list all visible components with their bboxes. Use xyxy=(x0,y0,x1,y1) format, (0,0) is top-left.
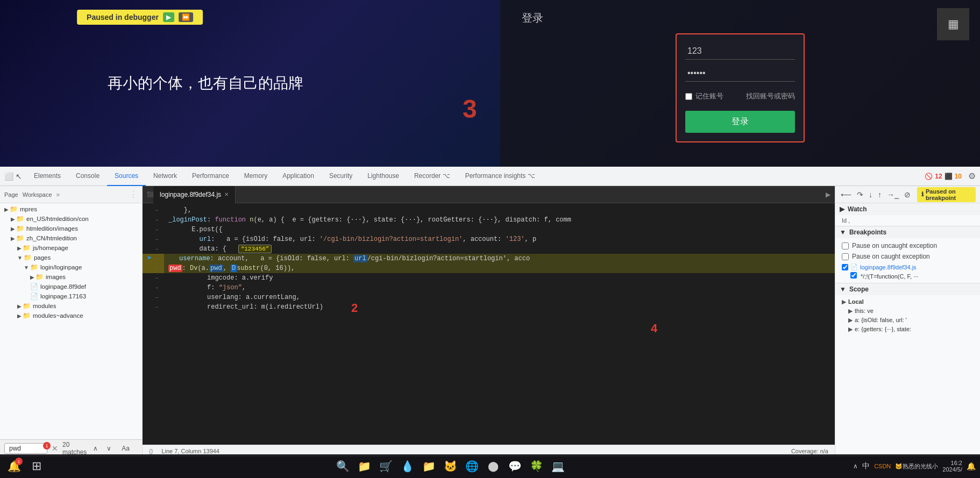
sidebar-more-icon[interactable]: » xyxy=(56,191,60,198)
list-item[interactable]: ▶ 📁 modules xyxy=(0,301,142,311)
list-item[interactable]: ▶ 📁 mpres xyxy=(0,204,142,214)
pause-caught-checkbox[interactable] xyxy=(842,253,849,260)
taskbar-files-icon[interactable]: 📁 xyxy=(354,456,374,476)
remember-checkbox[interactable] xyxy=(685,93,692,100)
resume-execution-button[interactable]: ⟵ xyxy=(840,189,853,200)
paused-text: Paused in debugger xyxy=(87,13,159,22)
taskbar-chrome-icon[interactable]: ⬤ xyxy=(484,456,503,476)
watch-content: Id , xyxy=(835,215,980,226)
local-scope-header[interactable]: ▶ Local xyxy=(842,297,974,306)
list-item[interactable]: 📄 loginpage.8f9def xyxy=(0,282,142,291)
taskbar-drop-icon[interactable]: 💧 xyxy=(397,456,417,476)
code-tab-close-icon[interactable]: ✕ xyxy=(224,191,229,197)
website-main-text: 再小的个体，也有自己的品牌 xyxy=(108,73,303,94)
settings-icon[interactable]: ⚙ xyxy=(968,171,976,181)
sys-csdn-label[interactable]: CSDN xyxy=(874,463,891,469)
list-item[interactable]: ▼ 📁 login/loginpage xyxy=(0,262,142,272)
step-into-button[interactable]: ↓ xyxy=(868,189,874,200)
taskbar-wechat-icon[interactable]: 💬 xyxy=(505,456,524,476)
sources-sidebar: Page Workspace » ⋮ ▶ 📁 mpres ▶ 📁 en_US/h… xyxy=(0,186,143,456)
code-tab-active[interactable]: loginpage.8f9def34.js ✕ xyxy=(153,186,236,203)
code-scroll-right-icon[interactable]: ▶ xyxy=(826,191,830,198)
search-prev-button[interactable]: ∧ xyxy=(91,444,100,453)
tab-performance[interactable]: Performance xyxy=(184,167,237,186)
list-item[interactable]: ▶ 📁 js/homepage xyxy=(0,243,142,253)
search-word-button[interactable]: .* xyxy=(138,443,143,454)
list-item[interactable]: ▶ 📁 images xyxy=(0,272,142,282)
bp-file-checkbox[interactable] xyxy=(842,264,848,270)
tab-recorder[interactable]: Recorder ⌥ xyxy=(407,167,458,186)
watch-header[interactable]: ▶ Watch xyxy=(835,203,980,215)
search-input[interactable] xyxy=(4,443,47,454)
tab-memory[interactable]: Memory xyxy=(237,167,275,186)
tab-security[interactable]: Security xyxy=(322,167,360,186)
forgot-link[interactable]: 找回账号或密码 xyxy=(746,91,795,101)
list-item[interactable]: ▶ 📁 zh_CN/htmledition xyxy=(0,233,142,243)
step-over-button[interactable]: ↷ xyxy=(856,189,864,200)
website-preview: Paused in debugger ▶ ⏩ 再小的个体，也有自己的品牌 3 登… xyxy=(0,0,980,167)
start-button[interactable]: ⊞ xyxy=(26,456,47,476)
scope-this-arrow-icon: ▶ xyxy=(848,308,853,315)
taskbar-store-icon[interactable]: 🛒 xyxy=(376,456,395,476)
search-clear-button[interactable]: ✕ xyxy=(52,444,58,453)
pause-uncaught-checkbox[interactable] xyxy=(842,242,849,249)
tab-sources[interactable]: Sources xyxy=(107,167,146,186)
watch-section: ▶ Watch Id , xyxy=(835,203,980,226)
notifications-button[interactable]: 🔔 xyxy=(967,462,976,470)
taskbar-search-icon[interactable]: 🔍 xyxy=(333,456,352,476)
sys-user-label[interactable]: 🐱熟悉的光线小 xyxy=(895,462,938,470)
taskbar-idea-icon[interactable]: 💻 xyxy=(548,456,567,476)
qr-icon: ▦ xyxy=(937,8,969,40)
breakpoints-arrow-icon: ▼ xyxy=(840,229,846,236)
sidebar-page-label[interactable]: Page xyxy=(4,191,18,198)
badge-2: 2 xyxy=(351,301,358,315)
tab-elements[interactable]: Elements xyxy=(26,167,68,186)
login-button[interactable]: 登录 xyxy=(685,111,795,133)
taskbar-edge-icon[interactable]: 🌐 xyxy=(462,456,481,476)
taskbar-cat-icon[interactable]: 🐱 xyxy=(441,456,460,476)
taskbar-right: ∧ 中 CSDN 🐱熟悉的光线小 16:2 2024/5/ 🔔 xyxy=(853,460,976,473)
warn-count: 10 xyxy=(955,173,962,180)
icon-cursor-icon: ↖ xyxy=(16,172,22,181)
taskbar-clover-icon[interactable]: 🍀 xyxy=(527,456,546,476)
password-field[interactable] xyxy=(685,65,795,82)
devtools-tab-errors: 🚫 12 ⬛ 10 ⚙ xyxy=(925,171,976,181)
right-panel-toolbar: ⟵ ↷ ↓ ↑ →⎯ ⊘ ℹ Paused on breakpoint xyxy=(835,186,980,203)
breakpoints-header[interactable]: ▼ Breakpoints xyxy=(835,226,980,238)
taskbar-folder-icon[interactable]: 📁 xyxy=(419,456,438,476)
tab-lighthouse[interactable]: Lighthouse xyxy=(360,167,407,186)
list-item[interactable]: ▶ 📁 modules~advance xyxy=(0,311,142,320)
breakpoints-label: Breakpoints xyxy=(849,229,886,236)
step-button[interactable]: →⎯ xyxy=(886,189,900,200)
list-item[interactable]: 📄 loginpage.17163 xyxy=(0,291,142,301)
sidebar-workspace-label[interactable]: Workspace xyxy=(23,191,52,198)
list-item[interactable]: ▶ 📁 en_US/htmledition/con xyxy=(0,214,142,224)
bracket-icon: {} xyxy=(149,448,153,454)
step-out-button[interactable]: ↑ xyxy=(877,189,883,200)
tab-perf-insights[interactable]: Performance insights ⌥ xyxy=(458,167,543,186)
sidebar-menu-icon[interactable]: ⋮ xyxy=(129,189,138,199)
sys-lang-icon[interactable]: 中 xyxy=(862,461,870,471)
code-content: – }, – _loginPost: function n(e, a) { e … xyxy=(143,203,835,445)
step-button[interactable]: ⏩ xyxy=(179,12,193,22)
deactivate-breakpoints-button[interactable]: ⊘ xyxy=(903,189,912,200)
resume-button[interactable]: ▶ xyxy=(163,12,174,22)
notification-icon: 🔔 xyxy=(8,460,21,473)
scope-header[interactable]: ▼ Scope xyxy=(835,283,980,295)
warn-icon: ⬛ xyxy=(945,173,953,180)
search-case-button[interactable]: Aa xyxy=(118,443,133,454)
scope-e-label: e: {getters: {···}, state: xyxy=(855,326,911,332)
tab-network[interactable]: Network xyxy=(146,167,184,186)
list-item[interactable]: ▶ 📁 htmledition/images xyxy=(0,224,142,233)
search-next-button[interactable]: ∨ xyxy=(104,444,113,453)
list-item[interactable]: ▼ 📁 pages xyxy=(0,253,142,262)
sys-tray-arrow[interactable]: ∧ xyxy=(853,462,858,470)
scope-arrow-icon: ▼ xyxy=(840,286,846,293)
username-field[interactable] xyxy=(685,43,795,60)
search-match-count: 20 matches xyxy=(62,441,87,456)
taskbar-notification[interactable]: 🔔 xyxy=(4,456,24,476)
tab-application[interactable]: Application xyxy=(275,167,322,186)
tab-console[interactable]: Console xyxy=(68,167,107,186)
bp-item-checkbox[interactable] xyxy=(850,272,857,279)
watch-arrow-icon: ▶ xyxy=(840,205,844,213)
